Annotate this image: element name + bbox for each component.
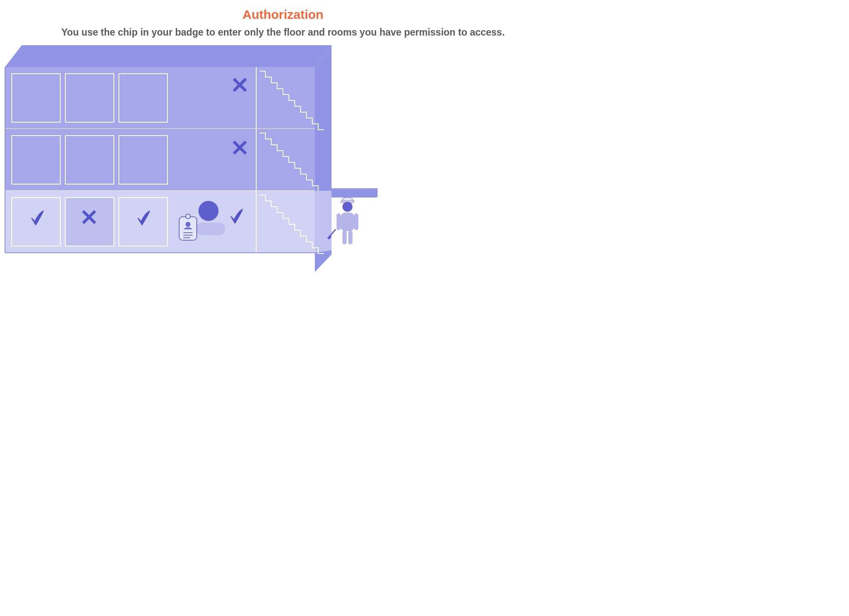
badge-icon	[179, 214, 197, 240]
svg-rect-11	[186, 214, 190, 218]
building-diagram	[0, 0, 566, 411]
svg-rect-3	[5, 129, 315, 191]
floor-3	[5, 67, 324, 130]
svg-rect-24	[342, 230, 347, 244]
room-1b-denied	[65, 198, 114, 246]
floor-1	[5, 191, 332, 254]
svg-rect-25	[348, 230, 352, 244]
floor-2	[5, 129, 324, 192]
guard-icon	[327, 197, 358, 244]
svg-rect-0	[5, 67, 315, 129]
svg-marker-7	[315, 191, 332, 253]
svg-rect-21	[341, 213, 354, 231]
svg-rect-23	[354, 213, 358, 230]
svg-point-20	[342, 202, 352, 212]
svg-rect-6	[5, 191, 315, 253]
svg-rect-22	[337, 213, 341, 230]
svg-point-8	[198, 201, 219, 221]
svg-rect-9	[196, 223, 225, 235]
building-roof	[5, 45, 332, 67]
svg-point-12	[185, 222, 190, 227]
